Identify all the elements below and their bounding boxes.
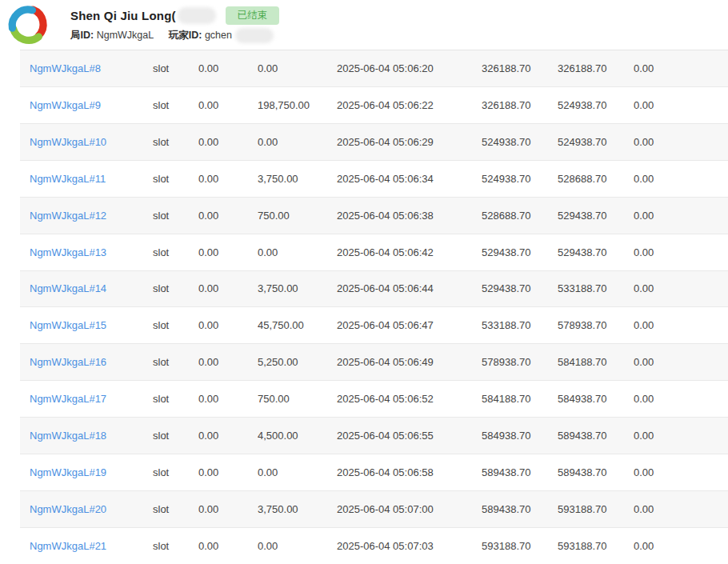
round-id-link[interactable]: NgmWJkgaL#15 xyxy=(30,319,106,331)
amount3-cell: 0.00 xyxy=(634,173,728,185)
time-cell: 2025-06-04 05:07:03 xyxy=(337,540,482,552)
amount2-cell: 0.00 xyxy=(258,466,337,478)
time-cell: 2025-06-04 05:07:00 xyxy=(337,503,482,515)
amount3-cell: 0.00 xyxy=(634,430,728,442)
round-id-value: NgmWJkgaL xyxy=(97,30,154,41)
redacted-title-text xyxy=(178,7,216,24)
game-title: Shen Qi Jiu Long( xyxy=(70,9,176,22)
game-type-cell: slot xyxy=(153,430,198,442)
amount3-cell: 0.00 xyxy=(634,282,728,294)
game-type-cell: slot xyxy=(153,503,198,515)
game-type-cell: slot xyxy=(153,173,198,185)
game-type-cell: slot xyxy=(153,466,198,478)
round-id-link[interactable]: NgmWJkgaL#13 xyxy=(30,246,106,258)
time-cell: 2025-06-04 05:06:42 xyxy=(337,246,482,258)
balance-before-cell: 528688.70 xyxy=(482,210,558,222)
table-row: NgmWJkgaL#11 slot 0.00 3,750.00 2025-06-… xyxy=(20,161,728,198)
player-id-label: 玩家ID: xyxy=(169,30,202,41)
amount1-cell: 0.00 xyxy=(198,503,258,515)
time-cell: 2025-06-04 05:06:52 xyxy=(337,393,482,405)
round-id-link[interactable]: NgmWJkgaL#18 xyxy=(30,430,106,442)
balance-after-cell: 584188.70 xyxy=(558,356,634,368)
time-cell: 2025-06-04 05:06:58 xyxy=(337,466,482,478)
amount3-cell: 0.00 xyxy=(634,136,728,148)
time-cell: 2025-06-04 05:06:55 xyxy=(337,430,482,442)
round-id-link[interactable]: NgmWJkgaL#8 xyxy=(30,62,101,74)
game-type-cell: slot xyxy=(153,356,198,368)
amount3-cell: 0.00 xyxy=(634,319,728,331)
status-badge: 已结束 xyxy=(226,6,280,25)
amount1-cell: 0.00 xyxy=(198,282,258,294)
time-cell: 2025-06-04 05:06:38 xyxy=(337,210,482,222)
table-row: NgmWJkgaL#21 slot 0.00 0.00 2025-06-04 0… xyxy=(20,528,728,564)
time-cell: 2025-06-04 05:06:22 xyxy=(337,99,482,111)
table-row: NgmWJkgaL#14 slot 0.00 3,750.00 2025-06-… xyxy=(20,271,728,308)
amount1-cell: 0.00 xyxy=(198,136,258,148)
player-id-value: gchen xyxy=(205,30,232,41)
round-id-link[interactable]: NgmWJkgaL#9 xyxy=(30,99,101,111)
time-cell: 2025-06-04 05:06:20 xyxy=(337,62,482,74)
rounds-table: NgmWJkgaL#8 slot 0.00 0.00 2025-06-04 05… xyxy=(20,50,728,564)
balance-after-cell: 593188.70 xyxy=(558,540,634,552)
balance-before-cell: 589438.70 xyxy=(482,503,558,515)
balance-after-cell: 524938.70 xyxy=(558,99,634,111)
round-id-link[interactable]: NgmWJkgaL#14 xyxy=(30,282,106,294)
amount1-cell: 0.00 xyxy=(198,246,258,258)
round-id-link[interactable]: NgmWJkgaL#16 xyxy=(30,356,106,368)
amount3-cell: 0.00 xyxy=(634,540,728,552)
amount2-cell: 5,250.00 xyxy=(258,356,337,368)
amount2-cell: 198,750.00 xyxy=(258,99,337,111)
time-cell: 2025-06-04 05:06:44 xyxy=(337,282,482,294)
balance-before-cell: 584938.70 xyxy=(482,430,558,442)
balance-before-cell: 584188.70 xyxy=(482,393,558,405)
amount1-cell: 0.00 xyxy=(198,540,258,552)
round-id-link[interactable]: NgmWJkgaL#17 xyxy=(30,393,106,405)
round-id-link[interactable]: NgmWJkgaL#11 xyxy=(30,173,106,185)
header-meta: 局ID: NgmWJkgaL 玩家ID: gchen xyxy=(70,28,279,43)
amount3-cell: 0.00 xyxy=(634,356,728,368)
amount3-cell: 0.00 xyxy=(634,393,728,405)
round-id-link[interactable]: NgmWJkgaL#12 xyxy=(30,210,106,222)
time-cell: 2025-06-04 05:06:47 xyxy=(337,319,482,331)
amount1-cell: 0.00 xyxy=(198,319,258,331)
table-row: NgmWJkgaL#12 slot 0.00 750.00 2025-06-04… xyxy=(20,198,728,234)
table-row: NgmWJkgaL#15 slot 0.00 45,750.00 2025-06… xyxy=(20,307,728,344)
round-id-link[interactable]: NgmWJkgaL#21 xyxy=(30,540,106,552)
amount1-cell: 0.00 xyxy=(198,62,258,74)
amount3-cell: 0.00 xyxy=(634,62,728,74)
balance-after-cell: 326188.70 xyxy=(558,62,634,74)
amount1-cell: 0.00 xyxy=(198,393,258,405)
table-row: NgmWJkgaL#16 slot 0.00 5,250.00 2025-06-… xyxy=(20,344,728,381)
round-id-link[interactable]: NgmWJkgaL#10 xyxy=(30,136,106,148)
balance-before-cell: 524938.70 xyxy=(482,173,558,185)
balance-after-cell: 584938.70 xyxy=(558,393,634,405)
round-id-label: 局ID: xyxy=(70,30,94,41)
balance-after-cell: 529438.70 xyxy=(558,210,634,222)
balance-after-cell: 578938.70 xyxy=(558,319,634,331)
amount2-cell: 750.00 xyxy=(258,393,337,405)
amount1-cell: 0.00 xyxy=(198,466,258,478)
amount1-cell: 0.00 xyxy=(198,210,258,222)
game-type-cell: slot xyxy=(153,282,198,294)
balance-before-cell: 326188.70 xyxy=(482,99,558,111)
balance-after-cell: 589438.70 xyxy=(558,466,634,478)
amount3-cell: 0.00 xyxy=(634,210,728,222)
table-row: NgmWJkgaL#19 slot 0.00 0.00 2025-06-04 0… xyxy=(20,454,728,491)
balance-after-cell: 524938.70 xyxy=(558,136,634,148)
balance-after-cell: 589438.70 xyxy=(558,430,634,442)
amount1-cell: 0.00 xyxy=(198,173,258,185)
game-type-cell: slot xyxy=(153,540,198,552)
game-type-cell: slot xyxy=(153,210,198,222)
round-id-link[interactable]: NgmWJkgaL#20 xyxy=(30,503,106,515)
amount2-cell: 0.00 xyxy=(258,246,337,258)
amount2-cell: 4,500.00 xyxy=(258,430,337,442)
amount2-cell: 3,750.00 xyxy=(258,503,337,515)
amount3-cell: 0.00 xyxy=(634,246,728,258)
round-id-link[interactable]: NgmWJkgaL#19 xyxy=(30,466,106,478)
amount2-cell: 0.00 xyxy=(258,540,337,552)
game-type-cell: slot xyxy=(153,393,198,405)
game-type-cell: slot xyxy=(153,99,198,111)
balance-after-cell: 528688.70 xyxy=(558,173,634,185)
balance-before-cell: 529438.70 xyxy=(482,246,558,258)
time-cell: 2025-06-04 05:06:49 xyxy=(337,356,482,368)
